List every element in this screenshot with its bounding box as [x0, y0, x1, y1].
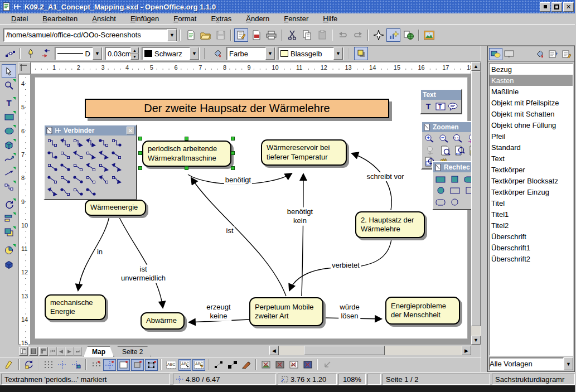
snap-to-grid-icon[interactable] — [89, 359, 102, 371]
status-size[interactable]: 3.76 x 1.20 — [278, 374, 337, 385]
connector-type-icon[interactable] — [71, 173, 84, 186]
canvas-viewport[interactable]: Der zweite Haupsatz der Wärmelehre perio… — [31, 74, 471, 345]
selection-handle[interactable] — [138, 137, 142, 141]
minimize-button[interactable] — [540, 2, 550, 12]
redo-button[interactable] — [351, 28, 365, 42]
width-down-icon[interactable]: ▼ — [130, 54, 139, 60]
zoom-previous-icon[interactable] — [466, 133, 471, 144]
scroll-up-icon[interactable]: ▲ — [471, 62, 481, 71]
insert-tool[interactable] — [2, 243, 16, 257]
rect-filled-icon[interactable] — [434, 174, 447, 185]
horizontal-ruler[interactable]: 123456789101112131415161718 — [31, 62, 471, 74]
edge-label-in[interactable]: in — [96, 248, 104, 257]
connector-type-icon[interactable] — [59, 137, 71, 149]
rectangles-palette-titlebar[interactable]: Rechtec ✕ — [433, 162, 471, 172]
fill-color-combo[interactable]: Blassgelb ▼ — [278, 47, 343, 60]
zoom-page-icon[interactable] — [439, 145, 452, 156]
style-item[interactable]: Titel1 — [490, 209, 573, 220]
export-pdf-button[interactable] — [249, 28, 263, 42]
exit-group-icon[interactable] — [321, 359, 333, 371]
undo-button[interactable] — [336, 28, 350, 42]
update-style-icon[interactable] — [560, 48, 573, 60]
cut-icon[interactable] — [285, 28, 299, 42]
connector-palette[interactable]: Verbinder ✕ — [43, 124, 137, 200]
connector-type-icon[interactable] — [110, 161, 123, 173]
line-contour-icon[interactable]: ✕ — [301, 359, 314, 371]
connector-type-icon[interactable] — [71, 149, 84, 161]
rotation-mode-icon[interactable] — [22, 359, 35, 371]
selection-handle[interactable] — [185, 137, 188, 141]
connector-type-icon[interactable] — [110, 137, 123, 149]
connector-type-icon[interactable] — [110, 149, 123, 161]
rectangles-palette[interactable]: Rechtec ✕ — [432, 161, 471, 210]
copy-button[interactable] — [300, 28, 314, 42]
style-item[interactable]: Objekt mit Schatten — [490, 108, 573, 119]
fill-dialog-button[interactable] — [210, 47, 224, 60]
shadow-toggle-button[interactable] — [354, 47, 368, 60]
status-zoom[interactable]: 108% — [338, 374, 366, 385]
selection-handle[interactable] — [138, 151, 142, 155]
connector-type-icon[interactable] — [84, 161, 97, 173]
fill-type-dropdown-icon[interactable]: ▼ — [265, 47, 275, 60]
interaction-tool[interactable] — [2, 257, 16, 271]
zoom-tool[interactable] — [2, 78, 16, 92]
selection-handle[interactable] — [231, 137, 235, 141]
graphics-styles-icon[interactable] — [489, 48, 502, 60]
connector-type-icon[interactable] — [84, 186, 97, 198]
style-item[interactable]: Titel2 — [490, 220, 573, 231]
square-outline-icon[interactable] — [463, 185, 471, 196]
master-mode-button[interactable] — [29, 347, 38, 356]
rounded-square-outline-icon[interactable] — [449, 196, 461, 207]
selection-handle[interactable] — [231, 151, 235, 155]
url-combo[interactable]: /home/samuel/office-cd/OOo-Screenshots ▼ — [3, 28, 177, 42]
status-page[interactable]: Seite 1 / 2 — [383, 374, 490, 385]
map-title-box[interactable]: Der zweite Haupsatz der Wärmelehre — [85, 99, 389, 118]
large-handles-icon[interactable] — [226, 359, 239, 371]
select-text-area-icon[interactable]: ABC — [178, 359, 191, 371]
style-item[interactable]: Kasten — [490, 75, 573, 86]
node-abwaerme[interactable]: Abwärme — [141, 312, 185, 330]
menu-ändern[interactable]: Ändern — [239, 13, 276, 24]
zoom-100-icon[interactable]: 1:1 — [452, 133, 464, 144]
style-item[interactable]: Maßlinie — [490, 86, 573, 97]
save-button[interactable] — [214, 28, 228, 42]
connector-type-icon[interactable] — [59, 161, 71, 173]
paste-button[interactable] — [315, 28, 329, 42]
scroll-right-icon[interactable]: ▶ — [462, 346, 471, 355]
connector-type-icon[interactable] — [84, 173, 97, 186]
rectangle-tool[interactable] — [2, 110, 16, 124]
arrange-tool[interactable] — [2, 225, 16, 239]
edit-points-button[interactable] — [3, 47, 17, 60]
connector-type-icon[interactable] — [71, 186, 84, 198]
zoom-page-width-icon[interactable] — [453, 145, 466, 156]
close-button[interactable]: ✕ — [563, 2, 574, 12]
text-tool-icon[interactable]: T — [422, 101, 434, 112]
text-tool[interactable]: T — [2, 96, 16, 110]
edge-label-ist-unvermeidlich[interactable]: ist unvermeidlich — [120, 265, 167, 283]
rounded-square-filled-icon[interactable] — [434, 185, 447, 196]
ruler-corner[interactable] — [18, 62, 31, 74]
gallery-button[interactable] — [422, 28, 436, 42]
arrow-style-button[interactable] — [38, 47, 52, 60]
open-button[interactable] — [199, 28, 212, 42]
style-item[interactable]: Überschrift — [490, 231, 573, 242]
node-reservoir[interactable]: Wärmereservoir bei tieferer Temperatur — [261, 139, 347, 166]
width-up-icon[interactable]: ▲ — [130, 47, 139, 54]
rounded-rect-filled-icon[interactable] — [463, 174, 471, 185]
scroll-down-icon[interactable]: ▼ — [471, 336, 481, 345]
horizontal-scrollbar[interactable]: ▶ ◀ — [279, 346, 471, 355]
double-click-edit-icon[interactable]: ABC — [192, 359, 205, 371]
first-page-icon[interactable]: ⏮ — [49, 347, 57, 356]
close-icon[interactable]: ✕ — [127, 127, 134, 134]
style-item[interactable]: Überschrift2 — [490, 253, 573, 264]
vertical-scrollbar-thumb[interactable] — [471, 71, 481, 326]
show-grid-icon[interactable] — [42, 359, 55, 371]
status-template[interactable]: Sachstrukturdiagramr — [492, 374, 575, 385]
line-dialog-button[interactable] — [23, 47, 37, 60]
quick-edit-icon[interactable]: ABC — [164, 359, 177, 371]
selection-handle[interactable] — [231, 166, 235, 170]
menu-bearbeiten[interactable]: Bearbeiten — [36, 13, 84, 24]
connector-type-icon[interactable] — [71, 137, 84, 149]
snap-to-snaplines-icon[interactable] — [103, 359, 116, 371]
vertical-scrollbar[interactable]: ▲ ▼ — [471, 62, 481, 345]
